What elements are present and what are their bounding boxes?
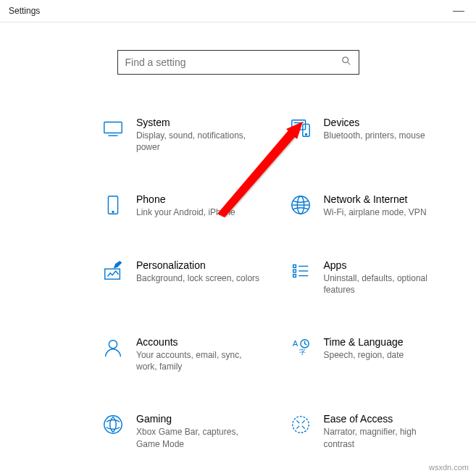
time-icon: A字 [289, 336, 312, 359]
category-desc: Link your Android, iPhone [136, 206, 260, 218]
category-desc: Display, sound, notifications, power [136, 130, 260, 153]
gaming-icon [101, 413, 125, 436]
svg-point-9 [112, 212, 114, 213]
phone-icon [101, 193, 125, 217]
svg-rect-2 [104, 122, 122, 133]
category-desc: Uninstall, defaults, optional features [324, 272, 448, 296]
search-input[interactable] [125, 57, 341, 68]
svg-point-0 [342, 57, 348, 63]
category-desc: Narrator, magnifier, high contrast [324, 426, 448, 449]
svg-point-25 [292, 417, 309, 433]
search-icon [341, 56, 351, 69]
category-desc: Bluetooth, printers, mouse [324, 130, 448, 141]
svg-point-20 [109, 341, 117, 348]
svg-line-1 [347, 62, 350, 65]
category-accounts[interactable]: Accounts Your accounts, email, sync, wor… [101, 336, 260, 372]
category-desc: Speech, region, date [324, 349, 448, 361]
search-container [0, 50, 476, 75]
category-desc: Background, lock screen, colors [136, 272, 260, 284]
category-title: Ease of Access [324, 413, 448, 425]
minimize-button[interactable]: — [450, 4, 467, 17]
category-ease[interactable]: Ease of Access Narrator, magnifier, high… [289, 413, 448, 449]
svg-rect-18 [293, 274, 296, 277]
system-icon [101, 117, 125, 140]
svg-rect-16 [293, 270, 296, 272]
devices-icon [289, 117, 312, 140]
watermark: wsxdn.com [429, 463, 469, 472]
category-title: Devices [324, 117, 448, 128]
category-time[interactable]: A字 Time & Language Speech, region, date [289, 336, 448, 372]
categories-grid: System Display, sound, notifications, po… [0, 117, 476, 450]
category-apps[interactable]: Apps Uninstall, defaults, optional featu… [289, 259, 448, 296]
svg-text:A: A [292, 339, 298, 348]
network-icon [289, 193, 312, 217]
category-desc: Wi-Fi, airplane mode, VPN [324, 206, 448, 218]
ease-icon [289, 413, 312, 436]
category-title: Time & Language [324, 336, 448, 348]
category-devices[interactable]: Devices Bluetooth, printers, mouse [289, 117, 448, 153]
category-desc: Xbox Game Bar, captures, Game Mode [136, 426, 260, 449]
category-personalization[interactable]: Personalization Background, lock screen,… [101, 259, 260, 296]
accounts-icon [101, 336, 125, 359]
category-title: Gaming [136, 413, 260, 425]
apps-icon [289, 259, 312, 283]
category-phone[interactable]: Phone Link your Android, iPhone [101, 193, 260, 218]
category-gaming[interactable]: Gaming Xbox Game Bar, captures, Game Mod… [101, 413, 260, 449]
personalization-icon [101, 259, 125, 283]
search-box[interactable] [117, 50, 359, 75]
svg-point-7 [305, 134, 306, 135]
svg-text:字: 字 [299, 348, 306, 356]
category-network[interactable]: Network & Internet Wi-Fi, airplane mode,… [289, 193, 448, 218]
category-title: Apps [324, 259, 448, 271]
category-system[interactable]: System Display, sound, notifications, po… [101, 117, 260, 153]
category-title: System [136, 117, 260, 128]
category-title: Network & Internet [324, 193, 448, 205]
category-title: Personalization [136, 259, 260, 271]
svg-rect-14 [293, 264, 296, 267]
titlebar: Settings — [0, 0, 476, 22]
category-desc: Your accounts, email, sync, work, family [136, 349, 260, 372]
window-title: Settings [9, 6, 40, 16]
svg-point-24 [104, 416, 122, 433]
category-title: Accounts [136, 336, 260, 348]
category-title: Phone [136, 193, 260, 205]
